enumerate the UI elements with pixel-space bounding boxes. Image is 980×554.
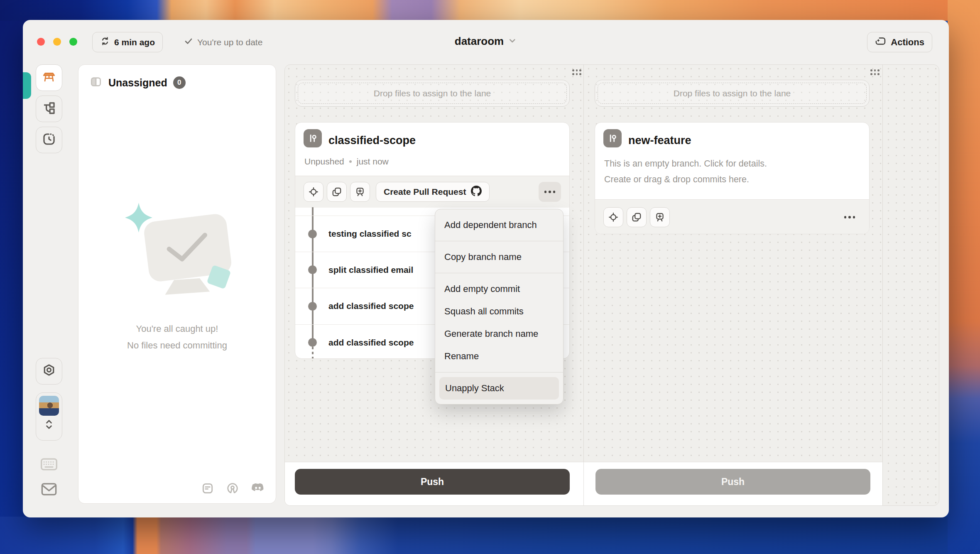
actions-button[interactable]: Actions (867, 32, 932, 52)
commit-dot (308, 302, 317, 311)
separator-dot (349, 160, 352, 163)
empty-state-title: You're all caught up! (127, 321, 227, 337)
check-icon (184, 37, 193, 48)
gear-icon (42, 363, 56, 379)
sync-button[interactable]: 6 min ago (92, 32, 163, 52)
close-window-button[interactable] (37, 38, 45, 46)
wallpaper-right-edge (948, 0, 980, 554)
menu-item-add-dependent-branch[interactable]: Add dependent branch (435, 214, 563, 236)
branch-badge-icon (603, 129, 622, 147)
lane-footer: Push (583, 462, 882, 505)
sync-status-label: You're up to date (197, 37, 262, 47)
sparkle-square-icon (875, 35, 887, 49)
menu-item-generate-branch-name[interactable]: Generate branch name (435, 323, 563, 345)
add-empty-commit-button[interactable] (350, 182, 370, 202)
menu-item-copy-branch-name[interactable]: Copy branch name (435, 246, 563, 268)
menu-item-squash-all-commits[interactable]: Squash all commits (435, 300, 563, 323)
branches-icon (42, 101, 56, 117)
add-empty-commit-button[interactable] (650, 207, 670, 227)
drawer-handle[interactable] (23, 72, 31, 99)
drop-hint-label: Drop files to assign to the lane (674, 88, 791, 98)
account-switcher[interactable] (36, 392, 62, 441)
avatar (39, 396, 59, 416)
zoom-window-button[interactable] (69, 38, 77, 46)
sidebar-item-workspace[interactable] (36, 64, 62, 91)
menu-item-unapply-stack[interactable]: Unapply Stack (439, 377, 559, 400)
unassigned-panel: Unassigned 0 You're all caught up! No fi… (78, 64, 276, 504)
push-status-label: Unpushed (304, 157, 344, 167)
workbench-icon (42, 70, 56, 86)
branch-name[interactable]: classified-scope (328, 134, 416, 147)
open-source-icon[interactable] (226, 482, 239, 497)
wallpaper-top-rays (0, 0, 980, 21)
menu-item-add-empty-commit[interactable]: Add empty commit (435, 278, 563, 300)
chevron-down-icon (508, 36, 517, 47)
unassigned-title: Unassigned (108, 77, 167, 89)
project-switcher[interactable]: dataroom (455, 35, 517, 48)
assign-target-button[interactable] (304, 182, 323, 202)
create-pull-request-button[interactable]: Create Pull Request (376, 182, 490, 202)
branch-card-new-feature[interactable]: new-feature This is an empty branch. Cli… (595, 122, 870, 234)
unassigned-header: Unassigned 0 (89, 76, 186, 90)
sidebar-item-branches[interactable] (36, 96, 62, 122)
empty-branch-description: This is an empty branch. Click for detai… (604, 156, 767, 187)
settings-button[interactable] (36, 358, 62, 385)
sync-label: 6 min ago (114, 37, 155, 47)
lane-footer: Push (285, 462, 583, 505)
empty-branch-line2: Create or drag & drop commits here. (604, 172, 767, 187)
file-drop-zone[interactable]: Drop files to assign to the lane (595, 80, 870, 107)
github-icon (471, 186, 482, 199)
branch-toolbar: Create Pull Request (295, 176, 569, 208)
workspace-canvas: Drop files to assign to the lane Drop fi… (284, 64, 939, 506)
sidebar-item-history[interactable] (36, 127, 62, 153)
lane-drag-handle[interactable] (571, 69, 582, 76)
empty-state-subtitle: No files need committing (127, 337, 227, 354)
push-button-disabled[interactable]: Push (595, 469, 870, 495)
project-name: dataroom (455, 35, 504, 48)
split-panel-icon (89, 76, 103, 90)
create-pr-label: Create Pull Request (384, 187, 466, 197)
time-label: just now (357, 157, 389, 167)
menu-item-rename[interactable]: Rename (435, 345, 563, 368)
lane-drag-handle[interactable] (870, 69, 880, 76)
branch-name[interactable]: new-feature (628, 134, 691, 147)
chevron-sort-icon (44, 417, 54, 433)
lane-divider (882, 65, 883, 505)
branch-toolbar (595, 199, 869, 234)
branch-badge-icon (304, 129, 322, 147)
file-drop-zone[interactable]: Drop files to assign to the lane (295, 80, 570, 107)
lane-divider (583, 65, 584, 505)
commit-dot (308, 338, 317, 347)
feedback-mail-button[interactable] (40, 482, 58, 498)
changelog-icon[interactable] (201, 482, 214, 497)
sync-icon (100, 36, 110, 48)
unassigned-count-badge: 0 (173, 76, 186, 89)
minimize-window-button[interactable] (53, 38, 61, 46)
wallpaper-bottom-edge (0, 517, 948, 554)
history-clock-icon (42, 132, 56, 148)
actions-label: Actions (891, 37, 924, 48)
commit-dot (308, 230, 317, 238)
branch-kebab-menu-button[interactable] (539, 182, 561, 202)
drop-hint-label: Drop files to assign to the lane (374, 88, 491, 98)
empty-state: You're all caught up! No files need comm… (78, 202, 276, 354)
sync-status: You're up to date (184, 32, 262, 52)
push-button[interactable]: Push (295, 469, 570, 495)
commit-dot (308, 265, 317, 274)
assign-target-button[interactable] (603, 207, 623, 227)
branch-context-menu: Add dependent branch Copy branch name Ad… (435, 209, 564, 404)
empty-branch-line1: This is an empty branch. Click for detai… (604, 156, 767, 172)
duplicate-button[interactable] (627, 207, 647, 227)
panel-footer-links (201, 482, 265, 497)
branch-status: Unpushed just now (304, 157, 389, 167)
window-controls (37, 38, 77, 46)
duplicate-button[interactable] (327, 182, 347, 202)
keyboard-shortcuts-button[interactable] (40, 457, 58, 473)
discord-icon[interactable] (251, 483, 265, 496)
branch-kebab-menu-button[interactable] (838, 207, 861, 227)
all-caught-up-illustration (113, 202, 242, 306)
